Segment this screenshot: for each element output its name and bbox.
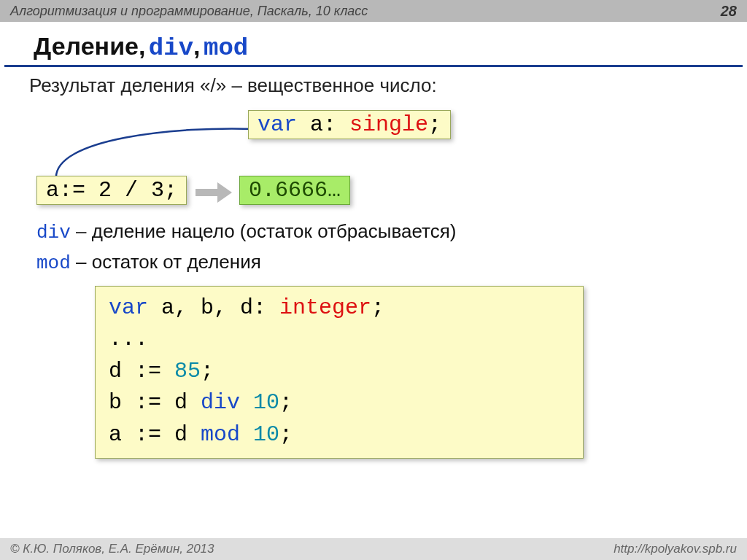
course-label: Алгоритмизация и программирование, Паска…	[10, 4, 368, 19]
def-div-text: – деление нацело (остаток отбрасывается)	[71, 220, 457, 242]
subtitle: Результат деления «/» – вещественное чис…	[0, 67, 747, 97]
svg-marker-1	[217, 182, 232, 203]
kw-div: div	[36, 222, 71, 244]
code-line-1: var a, b, d: integer;	[109, 292, 570, 324]
title-kw-mod: mod	[204, 34, 248, 62]
kw-single: single	[349, 112, 428, 137]
code-line-2: ...	[109, 324, 570, 356]
page-number: 28	[721, 3, 737, 20]
definitions: div – деление нацело (остаток отбрасывае…	[0, 214, 747, 279]
semicolon: ;	[428, 112, 441, 137]
code-line-5: a := d mod 10;	[109, 419, 570, 451]
code-block: var a, b, d: integer; ... d := 85; b := …	[95, 286, 584, 459]
var-name: a:	[297, 112, 349, 137]
footer-copyright: © К.Ю. Поляков, Е.А. Ерёмин, 2013	[10, 542, 214, 556]
header-bar: Алгоритмизация и программирование, Паска…	[0, 0, 747, 22]
title-kw-div: div	[149, 34, 193, 62]
kw-mod: mod	[36, 252, 71, 274]
example-row: var a: single; a:= 2 / 3; 0.6666…	[0, 97, 747, 214]
def-mod: mod – остаток от деления	[36, 247, 718, 278]
assignment-box: a:= 2 / 3;	[36, 176, 187, 205]
title-word: Деление,	[34, 32, 145, 60]
footer-bar: © К.Ю. Поляков, Е.А. Ерёмин, 2013 http:/…	[0, 538, 747, 560]
assignment-code: a:= 2 / 3;	[46, 178, 177, 203]
var-declaration-box: var a: single;	[248, 110, 451, 139]
code-line-4: b := d div 10;	[109, 387, 570, 419]
def-mod-text: – остаток от деления	[71, 251, 261, 273]
arrow-icon	[196, 182, 232, 203]
result-box: 0.6666…	[239, 176, 350, 205]
kw-var: var	[258, 112, 297, 137]
def-div: div – деление нацело (остаток отбрасывае…	[36, 217, 718, 247]
code-line-3: d := 85;	[109, 356, 570, 388]
result-value: 0.6666…	[249, 178, 341, 203]
title-comma: ,	[193, 32, 200, 60]
svg-rect-0	[196, 189, 217, 196]
connector-curve	[47, 123, 259, 182]
footer-url: http://kpolyakov.spb.ru	[614, 542, 737, 556]
slide-title: Деление, div, mod	[4, 22, 743, 67]
